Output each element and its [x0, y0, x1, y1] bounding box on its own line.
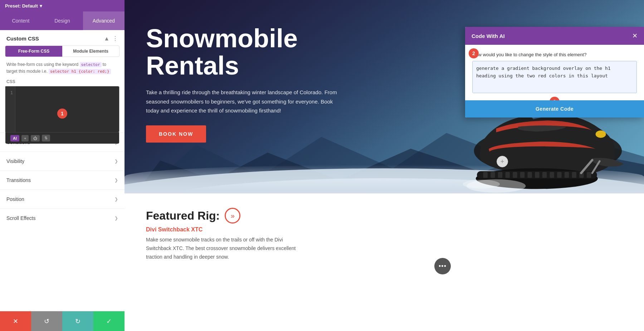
ai-question-wrap: 2 How would you like to change the style… — [472, 52, 637, 95]
collapse-icon[interactable]: ▲ — [104, 35, 109, 42]
custom-css-title: Custom CSS — [6, 35, 39, 42]
transitions-label: Transitions — [6, 177, 31, 183]
preset-label: Preset: Default — [5, 3, 38, 9]
transitions-chevron: ❯ — [114, 178, 118, 183]
featured-title-row: Featured Rig: » — [146, 208, 623, 224]
svg-point-24 — [596, 130, 606, 138]
svg-rect-7 — [483, 172, 488, 178]
visibility-section: Visibility ❯ — [0, 152, 125, 171]
visibility-chevron: ❯ — [114, 159, 118, 164]
more-icon[interactable]: ⋮ — [112, 35, 118, 42]
step-badge-2: 2 — [469, 48, 479, 58]
featured-title: Featured Rig: — [146, 209, 220, 222]
position-chevron: ❯ — [114, 197, 118, 202]
svg-rect-12 — [520, 172, 525, 178]
position-header[interactable]: Position ❯ — [6, 190, 118, 208]
plus-tool-btn[interactable]: + — [21, 135, 29, 141]
svg-rect-11 — [513, 172, 517, 178]
main-content: Snowmobile Rentals Take a thrilling ride… — [125, 0, 644, 331]
left-panel: Preset: Default ▾ Content Design Advance… — [0, 0, 125, 331]
redo-button[interactable]: ↻ — [62, 311, 93, 331]
panel-body: Custom CSS ▲ ⋮ Free-Form CSS Module Elem… — [0, 30, 125, 311]
custom-css-header: Custom CSS ▲ ⋮ — [0, 30, 125, 45]
featured-icon: » — [225, 208, 240, 224]
css-toolbar: AI + ⏻ ⇅ — [5, 132, 119, 144]
svg-rect-21 — [587, 172, 591, 178]
keyword-example: selector h1 {color: red;} — [49, 69, 111, 74]
svg-rect-14 — [535, 172, 539, 178]
add-element-btn[interactable]: + — [497, 156, 508, 167]
ai-modal-title: Code With AI — [472, 33, 505, 39]
svg-rect-16 — [550, 172, 554, 178]
svg-rect-18 — [565, 172, 569, 178]
transitions-header[interactable]: Transitions ❯ — [6, 171, 118, 190]
svg-rect-19 — [572, 172, 576, 178]
position-label: Position — [6, 196, 24, 202]
generate-code-btn[interactable]: Generate Code — [465, 100, 644, 117]
tabs-bar: Content Design Advanced — [0, 11, 125, 30]
sub-tab-freeform[interactable]: Free-Form CSS — [5, 46, 62, 57]
dots-icon: ••• — [439, 263, 447, 270]
plus-icon: + — [501, 158, 504, 166]
position-section: Position ❯ — [0, 190, 125, 208]
ai-modal-header: Code With AI ✕ — [465, 27, 644, 45]
scroll-effects-header[interactable]: Scroll Effects ❯ — [6, 209, 118, 227]
ai-prompt-textarea[interactable] — [472, 61, 637, 93]
section-header-icons: ▲ ⋮ — [104, 35, 118, 42]
svg-rect-15 — [542, 172, 547, 178]
bottom-bar: ✕ ↺ ↻ ✓ — [0, 311, 125, 331]
css-hint: Write free-form css using the keyword se… — [0, 61, 125, 78]
svg-rect-13 — [528, 172, 532, 178]
step-badge-1: 1 — [57, 109, 67, 119]
scroll-effects-section: Scroll Effects ❯ — [0, 208, 125, 227]
dots-menu-btn[interactable]: ••• — [434, 258, 451, 274]
css-line-numbers: 1 — [5, 86, 15, 132]
tab-design[interactable]: Design — [42, 11, 83, 30]
visibility-label: Visibility — [6, 158, 24, 164]
save-button[interactable]: ✓ — [93, 311, 125, 331]
hero-title: Snowmobile Rentals — [146, 25, 353, 79]
tab-content[interactable]: Content — [0, 11, 42, 30]
svg-point-26 — [463, 180, 500, 189]
css-textarea[interactable] — [15, 86, 119, 132]
scroll-effects-chevron: ❯ — [114, 216, 118, 221]
sub-tabs: Free-Form CSS Module Elements — [5, 45, 119, 57]
scroll-effects-label: Scroll Effects — [6, 215, 35, 221]
ai-modal: Code With AI ✕ 2 How would you like to c… — [465, 27, 644, 117]
svg-rect-9 — [498, 172, 502, 178]
tab-advanced[interactable]: Advanced — [83, 11, 125, 30]
transitions-section: Transitions ❯ — [0, 171, 125, 190]
cancel-button[interactable]: ✕ — [0, 311, 31, 331]
preset-bar[interactable]: Preset: Default ▾ — [0, 0, 125, 11]
visibility-header[interactable]: Visibility ❯ — [6, 152, 118, 171]
sub-tab-module[interactable]: Module Elements — [62, 46, 119, 57]
keyword-selector: selector — [80, 62, 102, 67]
book-now-button[interactable]: BOOK NOW — [146, 125, 206, 143]
double-chevron-icon: » — [231, 212, 235, 220]
ai-generate-wrap: 3 Generate Code — [465, 100, 644, 117]
ai-tool-btn[interactable]: AI — [10, 135, 19, 141]
svg-rect-8 — [491, 172, 495, 178]
featured-subtitle: Divi Switchback XTC — [146, 226, 623, 233]
undo-button[interactable]: ↺ — [31, 311, 62, 331]
preset-chevron: ▾ — [40, 3, 42, 9]
power-tool-btn[interactable]: ⏻ — [31, 135, 40, 141]
svg-rect-17 — [557, 172, 561, 178]
hero-content: Snowmobile Rentals Take a thrilling ride… — [125, 0, 375, 143]
ai-modal-body: 2 How would you like to change the style… — [465, 45, 644, 95]
custom-css-section: Custom CSS ▲ ⋮ Free-Form CSS Module Elem… — [0, 30, 125, 133]
featured-section: Featured Rig: » Divi Switchback XTC Make… — [125, 193, 644, 331]
featured-description: Make some snowmobile tracks on the trail… — [146, 236, 303, 261]
svg-rect-10 — [506, 172, 510, 178]
hero-description: Take a thrilling ride through the breath… — [146, 88, 339, 115]
css-label: CSS — [0, 78, 125, 86]
ai-question-label: How would you like to change the style o… — [472, 52, 637, 57]
ai-modal-close-btn[interactable]: ✕ — [632, 32, 638, 40]
sort-tool-btn[interactable]: ⇅ — [42, 135, 50, 141]
css-editor[interactable]: 1 1 AI + ⏻ ⇅ — [5, 86, 119, 133]
